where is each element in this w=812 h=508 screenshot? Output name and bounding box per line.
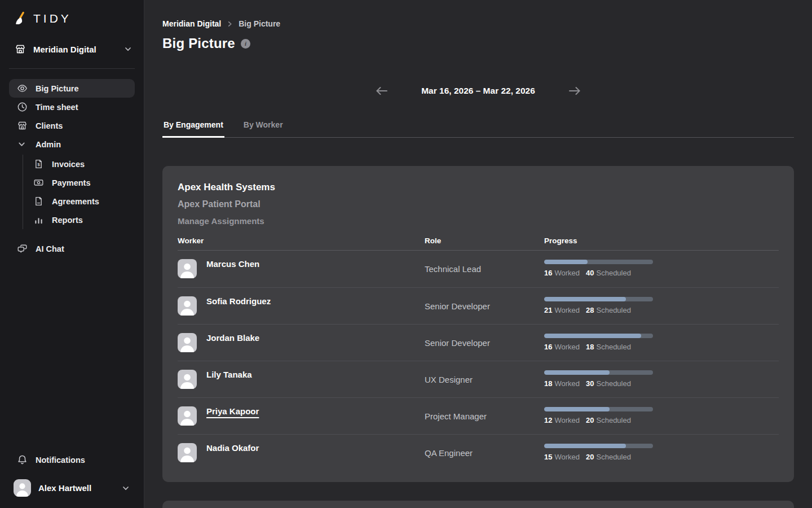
sidebar-item-label: Admin <box>36 140 61 149</box>
broom-icon <box>14 11 28 26</box>
scheduled-label: Scheduled <box>597 306 631 314</box>
worked-label: Worked <box>554 453 580 461</box>
progress-bar-fill <box>544 260 588 264</box>
scheduled-value: 18 <box>586 343 594 351</box>
sidebar: TIDY Meridian Digital Big Picture <box>0 0 144 508</box>
scheduled-value: 40 <box>586 269 594 277</box>
breadcrumb: Meridian Digital Big Picture <box>162 19 794 28</box>
sidebar-item-clients[interactable]: Clients <box>9 116 135 135</box>
progress-bar-fill <box>544 297 626 301</box>
scheduled-label: Scheduled <box>597 416 631 424</box>
sidebar-item-reports[interactable]: Reports <box>23 211 135 229</box>
table-row: Lily TanakaUX Designer18Worked30Schedule… <box>178 361 779 397</box>
sidebar-item-label: AI Chat <box>36 244 64 253</box>
sidebar-item-label: Reports <box>52 216 83 225</box>
notifications-button[interactable]: Notifications <box>9 450 135 469</box>
worker-role: Senior Developer <box>425 325 544 361</box>
admin-subnav: $ Invoices Payments Ag <box>23 155 135 229</box>
next-week-button[interactable] <box>568 84 581 98</box>
scheduled-value: 20 <box>586 453 594 461</box>
scheduled-value: 30 <box>586 379 594 388</box>
sidebar-item-ai-chat[interactable]: AI Chat <box>9 239 135 258</box>
tab-by-worker[interactable]: By Worker <box>242 119 284 137</box>
table-row: Nadia OkaforQA Engineer15Worked20Schedul… <box>178 434 779 471</box>
progress-labels: 12Worked20Scheduled <box>544 416 779 424</box>
org-selector[interactable]: Meridian Digital <box>9 41 137 58</box>
worker-cell: Marcus Chen <box>178 251 425 287</box>
user-menu[interactable]: Alex Hartwell <box>9 479 135 497</box>
invoice-icon: $ <box>33 159 44 169</box>
engagement-rows: Marcus ChenTechnical Lead16Worked40Sched… <box>178 251 779 471</box>
eye-icon <box>17 83 28 94</box>
chat-icon <box>17 243 28 254</box>
bell-icon <box>17 454 28 465</box>
main-content: Meridian Digital Big Picture Big Picture… <box>144 0 812 508</box>
app-logo: TIDY <box>0 0 144 26</box>
svg-text:$: $ <box>37 162 40 167</box>
worked-label: Worked <box>554 379 580 388</box>
manage-assignments-link[interactable]: Manage Assignments <box>178 215 264 227</box>
sidebar-item-big-picture[interactable]: Big Picture <box>9 79 135 98</box>
sidebar-item-time-sheet[interactable]: Time sheet <box>9 98 135 116</box>
tab-by-engagement[interactable]: By Engagement <box>162 119 224 137</box>
bar-chart-icon <box>33 214 44 225</box>
sidebar-item-payments[interactable]: Payments <box>23 173 135 192</box>
worked-label: Worked <box>554 269 580 277</box>
store-icon <box>17 120 28 131</box>
scheduled-value: 28 <box>586 306 594 314</box>
worked-label: Worked <box>554 416 580 424</box>
worker-role: QA Engineer <box>425 435 544 471</box>
progress-cell: 16Worked40Scheduled <box>544 251 779 287</box>
worker-name-link[interactable]: Nadia Okafor <box>206 443 259 453</box>
progress-cell: 18Worked30Scheduled <box>544 361 779 397</box>
chevron-right-icon <box>226 20 233 28</box>
view-tabs: By Engagement By Worker <box>162 119 794 138</box>
info-icon[interactable]: i <box>241 39 250 49</box>
engagement-card: Apex Health Systems Apex Patient Portal … <box>162 166 794 482</box>
progress-bar <box>544 334 653 338</box>
progress-bar-fill <box>544 444 626 448</box>
table-row: Sofia RodriguezSenior Developer21Worked2… <box>178 287 779 324</box>
sidebar-item-invoices[interactable]: $ Invoices <box>23 155 135 173</box>
assignments-table: Worker Role Progress Marcus ChenTechnica… <box>178 237 779 471</box>
worker-name-link[interactable]: Jordan Blake <box>206 333 259 343</box>
table-row: Jordan BlakeSenior Developer16Worked18Sc… <box>178 324 779 361</box>
avatar <box>178 370 197 389</box>
chevron-down-icon <box>17 139 28 149</box>
worked-value: 12 <box>544 416 552 424</box>
progress-bar-fill <box>544 334 641 338</box>
avatar <box>178 333 197 352</box>
breadcrumb-org-link[interactable]: Meridian Digital <box>162 19 221 28</box>
sidebar-item-admin[interactable]: Admin <box>9 135 135 154</box>
store-icon <box>15 43 26 55</box>
progress-labels: 15Worked20Scheduled <box>544 453 779 461</box>
progress-labels: 16Worked18Scheduled <box>544 343 779 351</box>
document-icon <box>33 196 44 207</box>
avatar <box>178 259 197 278</box>
worker-name-link[interactable]: Priya Kapoor <box>206 406 259 417</box>
worker-name-link[interactable]: Lily Tanaka <box>206 370 252 380</box>
client-name: Apex Health Systems <box>178 181 779 194</box>
worker-name-link[interactable]: Marcus Chen <box>206 259 259 269</box>
previous-week-button[interactable] <box>375 84 389 98</box>
project-name: Apex Patient Portal <box>178 198 779 211</box>
table-row: Priya KapoorProject Manager12Worked20Sch… <box>178 397 779 434</box>
notifications-label: Notifications <box>36 456 85 465</box>
progress-bar-fill <box>544 370 610 375</box>
breadcrumb-current: Big Picture <box>239 19 280 28</box>
next-engagement-card <box>162 501 794 508</box>
week-navigator: Mar 16, 2026 – Mar 22, 2026 <box>162 84 794 98</box>
sidebar-bottom: Notifications Alex Hartwell <box>9 450 135 508</box>
scheduled-label: Scheduled <box>597 379 631 388</box>
sidebar-item-label: Big Picture <box>36 84 79 93</box>
scheduled-label: Scheduled <box>597 343 631 351</box>
scheduled-label: Scheduled <box>597 269 631 277</box>
worker-cell: Nadia Okafor <box>178 435 425 471</box>
table-header: Worker Role Progress <box>178 237 779 251</box>
worked-value: 18 <box>544 379 552 388</box>
chevron-down-icon <box>121 484 130 493</box>
worked-label: Worked <box>554 306 580 314</box>
worked-label: Worked <box>554 343 580 351</box>
sidebar-item-agreements[interactable]: Agreements <box>23 192 135 211</box>
worker-name-link[interactable]: Sofia Rodriguez <box>206 296 271 306</box>
